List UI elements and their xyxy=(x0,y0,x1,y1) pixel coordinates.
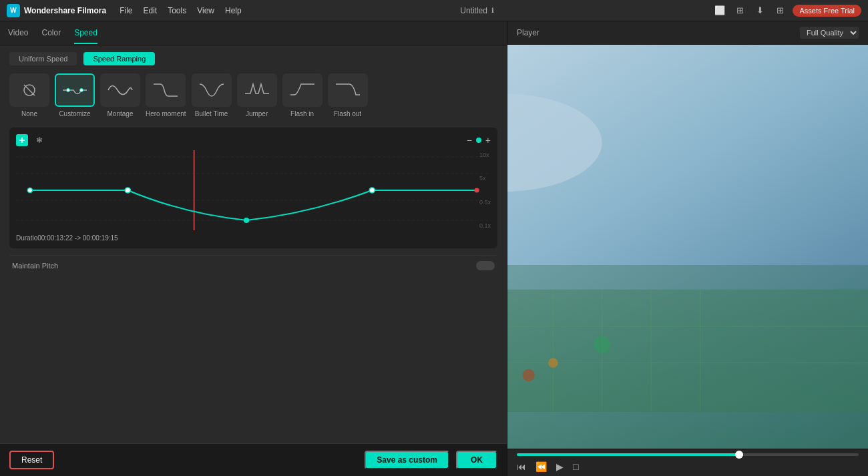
y-label-5x: 5x xyxy=(479,175,491,182)
preset-none-icon xyxy=(9,73,49,107)
ok-button[interactable]: OK xyxy=(456,451,497,469)
preset-flash-in[interactable]: Flash in xyxy=(282,73,322,118)
video-frame xyxy=(507,45,868,449)
preset-customize-label: Customize xyxy=(59,109,90,118)
preset-flash-in-label: Flash in xyxy=(290,109,314,118)
preset-customize-icon xyxy=(55,73,95,107)
svg-point-14 xyxy=(369,188,375,193)
preset-flash-in-icon xyxy=(282,73,322,107)
tab-color[interactable]: Color xyxy=(41,23,61,44)
topbar: W Wondershare Filmora File Edit Tools Vi… xyxy=(0,0,868,21)
right-panel: Player Full Quality 1/2 Quality 1/4 Qual… xyxy=(507,21,868,476)
left-panel: Video Color Speed Uniform Speed Speed Ra… xyxy=(0,21,507,476)
svg-point-32 xyxy=(594,336,611,353)
zoom-dot xyxy=(476,138,481,143)
preset-montage-label: Montage xyxy=(107,109,134,118)
maintain-pitch-toggle[interactable] xyxy=(476,261,495,270)
zoom-minus-btn[interactable]: − xyxy=(467,135,472,146)
svg-point-12 xyxy=(125,188,130,193)
download-icon[interactable]: ⬇ xyxy=(752,3,767,18)
preset-flash-out-icon xyxy=(328,73,368,107)
tab-speed[interactable]: Speed xyxy=(74,23,97,44)
step-back-button[interactable]: ⏪ xyxy=(535,461,547,472)
maintain-pitch-label: Maintain Pitch xyxy=(12,262,58,270)
progress-fill xyxy=(517,453,739,456)
preset-montage-icon xyxy=(100,73,140,107)
panel-tabs: Video Color Speed xyxy=(0,21,507,45)
y-axis-labels: 10x 5x 0.5x 0.1x xyxy=(479,150,491,230)
quality-select[interactable]: Full Quality 1/2 Quality 1/4 Quality xyxy=(800,27,859,39)
svg-rect-21 xyxy=(507,290,868,412)
title-icon: ℹ xyxy=(491,7,494,14)
play-button[interactable]: ▶ xyxy=(556,461,564,472)
preset-flash-out[interactable]: Flash out xyxy=(328,73,368,118)
bottom-bar: Reset Save as custom OK xyxy=(0,443,507,476)
grid-icon[interactable]: ⊞ xyxy=(773,3,787,18)
preset-none-label: None xyxy=(21,109,37,118)
preset-montage[interactable]: Montage xyxy=(100,73,140,118)
maintain-pitch-row: Maintain Pitch xyxy=(9,255,497,276)
app-name: Wondershare Filmora xyxy=(24,6,106,15)
monitor-icon[interactable]: ⬜ xyxy=(712,3,727,18)
topbar-right-actions: ⬜ ⊞ ⬇ ⊞ Assets Free Trial xyxy=(712,3,861,18)
speed-content: Uniform Speed Speed Ramping None xyxy=(0,45,507,443)
preset-customize[interactable]: Customize xyxy=(55,73,95,118)
preset-bullet-label: Bullet Time xyxy=(195,109,228,118)
preset-flash-out-label: Flash out xyxy=(334,109,361,118)
preset-jumper-icon xyxy=(237,73,277,107)
logo-icon: W xyxy=(7,4,20,17)
preset-hero-label: Hero moment xyxy=(146,109,186,118)
y-label-10x: 10x xyxy=(479,152,491,158)
svg-point-13 xyxy=(244,218,249,223)
player-label: Player xyxy=(517,28,539,37)
preset-jumper[interactable]: Jumper xyxy=(237,73,277,118)
menu-edit[interactable]: Edit xyxy=(143,6,157,15)
presets-row: None Customize xyxy=(9,73,497,118)
menu-file[interactable]: File xyxy=(120,6,132,15)
zoom-controls: − + xyxy=(467,135,491,146)
progress-thumb[interactable] xyxy=(735,451,743,459)
menu-view[interactable]: View xyxy=(197,6,214,15)
document-title: Untitled xyxy=(460,6,487,15)
graph-color-btn[interactable] xyxy=(16,134,28,146)
preset-hero[interactable]: Hero moment xyxy=(146,73,186,118)
svg-point-33 xyxy=(548,358,558,368)
graph-snowflake-btn[interactable]: ❄ xyxy=(33,134,45,146)
graph-container[interactable]: 10x 5x 0.5x 0.1x xyxy=(16,150,491,230)
svg-point-4 xyxy=(80,89,83,92)
svg-point-15 xyxy=(474,188,479,193)
progress-bar[interactable] xyxy=(517,453,859,456)
layout-icon[interactable]: ⊞ xyxy=(732,3,747,18)
menu-help[interactable]: Help xyxy=(225,6,242,15)
video-preview xyxy=(507,45,868,449)
graph-toolbar: ❄ − + xyxy=(16,134,491,146)
preset-hero-icon xyxy=(146,73,186,107)
save-as-custom-button[interactable]: Save as custom xyxy=(365,451,449,469)
sub-tab-ramping[interactable]: Speed Ramping xyxy=(83,52,155,65)
svg-rect-20 xyxy=(507,265,868,449)
playback-controls: ⏮ ⏪ ▶ □ xyxy=(507,449,868,476)
duration-text: Duratio00:00:13:22 -> 00:00:19:15 xyxy=(16,234,491,242)
reset-button[interactable]: Reset xyxy=(9,451,54,469)
player-header: Player Full Quality 1/2 Quality 1/4 Qual… xyxy=(507,21,868,45)
svg-point-11 xyxy=(27,188,32,193)
sub-tab-uniform[interactable]: Uniform Speed xyxy=(9,52,77,65)
preset-bullet-icon xyxy=(192,73,232,107)
preset-jumper-label: Jumper xyxy=(246,109,268,118)
y-label-05x: 0.5x xyxy=(479,199,491,206)
svg-point-31 xyxy=(523,369,535,381)
preset-bullet[interactable]: Bullet Time xyxy=(192,73,232,118)
rewind-button[interactable]: ⏮ xyxy=(517,461,526,472)
preset-none[interactable]: None xyxy=(9,73,49,118)
title-area: Untitled ℹ xyxy=(242,6,713,15)
menu-tools[interactable]: Tools xyxy=(168,6,186,15)
app-logo: W Wondershare Filmora xyxy=(7,4,106,17)
sub-tabs: Uniform Speed Speed Ramping xyxy=(9,52,497,65)
svg-point-3 xyxy=(67,89,70,92)
menu-bar: File Edit Tools View Help xyxy=(120,6,242,15)
fullscreen-button[interactable]: □ xyxy=(573,461,578,472)
zoom-plus-btn[interactable]: + xyxy=(485,135,491,146)
graph-area: ❄ − + xyxy=(9,128,497,248)
assets-free-trial-button[interactable]: Assets Free Trial xyxy=(793,5,861,17)
tab-video[interactable]: Video xyxy=(8,23,28,44)
